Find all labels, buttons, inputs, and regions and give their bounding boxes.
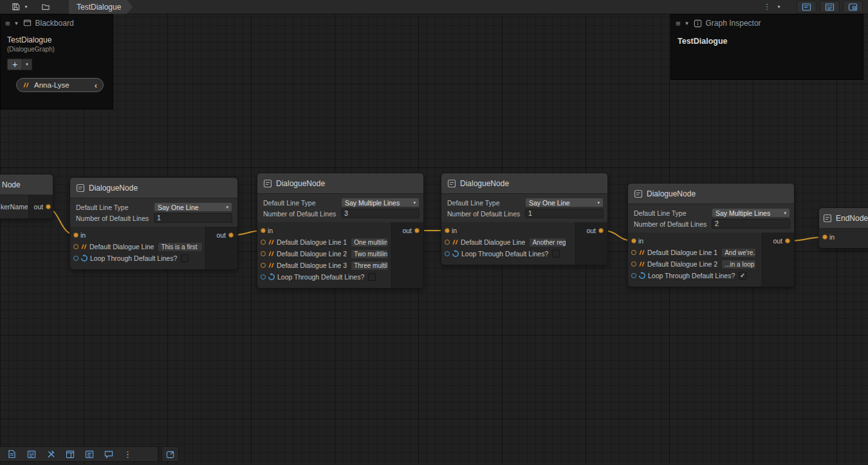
loop-checkbox[interactable] <box>368 273 376 281</box>
node-title[interactable]: DialogueNode <box>441 173 607 194</box>
breadcrumb-label: TestDialogue <box>77 3 121 12</box>
field-port[interactable] <box>73 244 78 249</box>
more-menu-button[interactable]: ⋮ <box>761 1 773 14</box>
node-title[interactable]: Node <box>0 175 53 195</box>
line-type-dropdown[interactable]: Say Multiple Lines ▾ <box>341 198 420 207</box>
dropdown-value: Say One Line <box>529 199 570 207</box>
input-port[interactable] <box>631 238 636 243</box>
node-output-section: out <box>762 232 794 287</box>
blackboard-panel[interactable]: ≡ ▼ Blackboard TestDialogue (DialogueGra… <box>0 14 113 109</box>
inspector-icon <box>27 450 36 459</box>
out-label: out <box>402 227 412 234</box>
node-title[interactable]: EndNode <box>819 208 868 229</box>
open-folder-button[interactable] <box>39 1 52 14</box>
loop-checkbox[interactable] <box>552 250 560 258</box>
open-graph-icon <box>166 450 175 459</box>
field-port[interactable] <box>631 250 636 255</box>
add-property-button[interactable]: + <box>7 59 23 70</box>
dialogue-node-3[interactable]: DialogueNode Default Line Type Say One L… <box>441 173 608 265</box>
dialogue-button[interactable] <box>100 448 117 460</box>
dialogue-node-2[interactable]: DialogueNode Default Line Type Say Multi… <box>257 173 424 289</box>
file-button[interactable] <box>3 448 21 460</box>
node-title[interactable]: DialogueNode <box>70 178 237 198</box>
more-menu-button[interactable]: ⋮ <box>119 448 136 460</box>
output-port[interactable] <box>598 228 604 233</box>
dialogue-line-field[interactable]: One multiline <box>351 238 388 247</box>
loop-port[interactable] <box>445 251 450 256</box>
output-port[interactable] <box>414 228 420 233</box>
dialogue-line-label: Default Dialogue Line <box>461 238 525 246</box>
node-title[interactable]: DialogueNode <box>257 173 423 194</box>
field-expander-icon[interactable]: ‹ <box>95 81 97 90</box>
tools-button[interactable] <box>42 448 59 460</box>
blackboard-field-anna-lyse[interactable]: Anna-Lyse ‹ <box>16 78 104 92</box>
inspected-graph-name: TestDialogue <box>678 37 856 46</box>
toggle-minimap-button[interactable] <box>843 1 863 13</box>
drag-handle-icon[interactable]: ≡ <box>676 19 681 28</box>
toolbar-right-group: ⋮ ▾ <box>761 1 868 14</box>
output-port[interactable] <box>228 232 234 238</box>
loop-label: Loop Through Default Lines? <box>277 273 364 281</box>
graph-inspector-header[interactable]: ≡ ▼ Graph Inspector <box>671 15 863 32</box>
dialogue-line-field[interactable]: And we're... <box>721 248 756 258</box>
end-node[interactable]: EndNode in <box>818 207 868 249</box>
input-port[interactable] <box>445 228 450 233</box>
field-port[interactable] <box>445 240 450 245</box>
blackboard-header[interactable]: ≡ ▼ Blackboard <box>1 15 113 32</box>
field-port[interactable] <box>261 263 266 268</box>
breadcrumb-tab[interactable]: TestDialogue <box>69 0 133 14</box>
drag-handle-icon[interactable]: ≡ <box>5 19 10 28</box>
save-options-caret[interactable]: ▾ <box>22 1 30 14</box>
dialogue-node-icon <box>447 179 456 188</box>
field-port[interactable] <box>631 261 636 267</box>
input-port[interactable] <box>73 232 78 238</box>
input-port[interactable] <box>822 234 827 240</box>
dialogue-line-field[interactable]: ...in a loop <box>721 260 756 269</box>
out-label: out <box>586 227 596 234</box>
blackboard-button[interactable] <box>80 448 98 460</box>
more-icon: ⋮ <box>764 3 771 11</box>
loop-port[interactable] <box>73 256 78 261</box>
output-port[interactable] <box>785 238 790 243</box>
collapse-button[interactable]: ▼ <box>685 21 690 26</box>
graph-inspector-panel[interactable]: ≡ ▼ Graph Inspector TestDialogue <box>670 14 863 80</box>
dialogue-line-field[interactable]: Three multili <box>351 261 388 270</box>
loop-checkbox[interactable] <box>181 254 189 262</box>
input-port[interactable] <box>261 228 266 233</box>
field-port[interactable] <box>261 251 266 256</box>
dialogue-node-1[interactable]: DialogueNode Default Line Type Say One L… <box>69 177 238 270</box>
quote-icon <box>268 262 275 269</box>
quote-icon <box>23 82 30 88</box>
loop-port[interactable] <box>261 274 266 280</box>
line-type-dropdown[interactable]: Say One Line ▾ <box>154 202 232 212</box>
graph-type: (DialogueGraph) <box>7 46 106 53</box>
line-type-dropdown[interactable]: Say One Line ▾ <box>525 198 604 207</box>
loop-checkbox[interactable]: ✓ <box>739 272 746 280</box>
dialogue-line-field[interactable]: Two multiline <box>351 249 388 259</box>
num-lines-field[interactable]: 1 <box>154 213 232 223</box>
dialogue-line-field[interactable]: This is a first <box>158 242 203 252</box>
tools-icon <box>46 450 55 459</box>
open-graph-button[interactable] <box>162 446 179 462</box>
add-property-caret[interactable]: ▾ <box>23 59 32 70</box>
dialogue-node-4[interactable]: DialogueNode Default Line Type Say Multi… <box>627 183 795 287</box>
dialogue-node-icon <box>76 184 85 193</box>
inspector-button[interactable] <box>23 448 40 460</box>
quote-icon <box>268 239 275 245</box>
num-lines-field[interactable]: 2 <box>712 219 790 229</box>
num-lines-field[interactable]: 1 <box>525 209 604 218</box>
line-type-dropdown[interactable]: Say Multiple Lines ▾ <box>712 208 790 218</box>
node-title[interactable]: DialogueNode <box>628 184 794 204</box>
speaker-node-partial[interactable]: Node kerName out <box>0 174 53 219</box>
save-button[interactable] <box>9 1 22 14</box>
num-lines-field[interactable]: 3 <box>341 209 420 218</box>
field-port[interactable] <box>261 240 266 245</box>
toggle-inspector-button[interactable] <box>820 1 840 13</box>
toggle-blackboard-button[interactable] <box>797 1 817 13</box>
output-port[interactable] <box>46 204 51 209</box>
more-menu-caret[interactable]: ▾ <box>775 1 783 14</box>
collapse-button[interactable]: ▼ <box>14 21 19 26</box>
dialogue-line-field[interactable]: Another regu <box>529 238 566 247</box>
loop-port[interactable] <box>631 273 636 278</box>
window-button[interactable] <box>61 448 78 460</box>
